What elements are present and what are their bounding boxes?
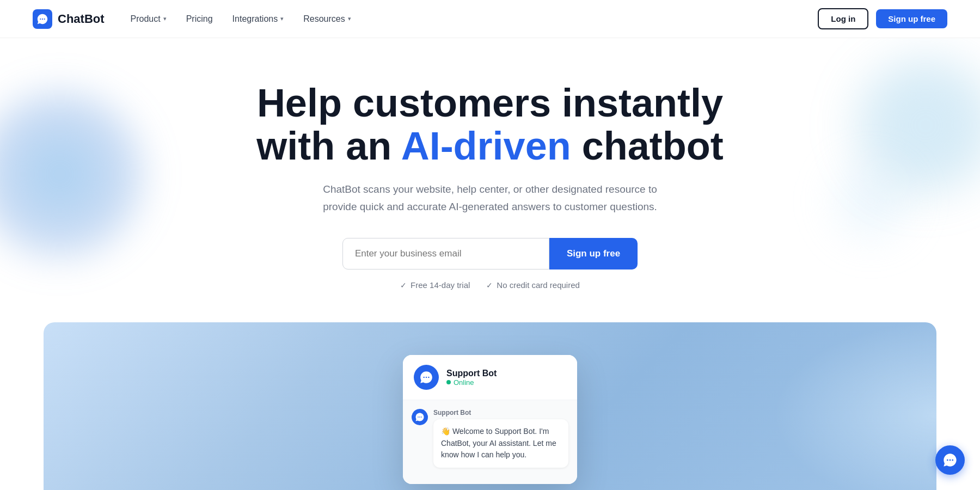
chat-bot-avatar-icon [415,412,425,422]
trust-badge-no-credit: ✓ No credit card required [486,280,580,290]
chat-sender-name: Support Bot [433,409,568,416]
navbar-left: ChatBot Product ▾ Pricing Integrations ▾ [33,9,351,29]
hero-title: Help customers instantly with an AI-driv… [256,82,723,168]
email-form: Sign up free [342,238,638,270]
floating-chat-icon [942,452,958,468]
nav-item-resources[interactable]: Resources ▾ [303,14,351,24]
hero-subtitle: ChatBot scans your website, help center,… [321,181,659,215]
chat-bot-icon [412,409,428,425]
login-button[interactable]: Log in [818,8,868,29]
chat-widget: Support Bot Online Support Bot 👋 Welcome… [403,355,577,484]
chevron-down-icon: ▾ [163,15,167,22]
check-icon: ✓ [400,281,407,290]
blob-left [0,82,152,267]
chat-preview-section: Support Bot Online Support Bot 👋 Welcome… [44,322,936,490]
trust-badges: ✓ Free 14-day trial ✓ No credit card req… [400,280,580,290]
bot-status: Online [446,378,497,387]
logo-link[interactable]: ChatBot [33,9,105,29]
bot-avatar [414,365,439,390]
chevron-down-icon: ▾ [280,15,284,22]
bot-name: Support Bot [446,369,497,378]
blob-right-top [849,54,980,196]
navbar-right: Log in Sign up free [818,8,947,29]
trust-badge-trial: ✓ Free 14-day trial [400,280,470,290]
blob-right-bottom [817,147,926,256]
nav-item-product[interactable]: Product ▾ [131,14,167,24]
signup-nav-button[interactable]: Sign up free [876,9,947,28]
chatbot-icon [36,13,48,25]
signup-hero-button[interactable]: Sign up free [549,238,638,270]
chevron-down-icon: ▾ [348,15,351,22]
chat-message-content: Support Bot 👋 Welcome to Support Bot. I'… [433,409,568,468]
email-input[interactable] [342,238,549,270]
chat-body: Support Bot 👋 Welcome to Support Bot. I'… [403,400,577,484]
nav-item-pricing[interactable]: Pricing [186,14,213,24]
chat-bubble: 👋 Welcome to Support Bot. I'm ChatBot, y… [433,419,568,468]
chat-widget-header: Support Bot Online [403,355,577,400]
bot-avatar-icon [419,370,433,384]
check-icon: ✓ [486,281,493,290]
bot-info: Support Bot Online [446,369,497,387]
chat-message-row: Support Bot 👋 Welcome to Support Bot. I'… [412,409,568,468]
brand-name: ChatBot [58,12,105,26]
hero-section: Help customers instantly with an AI-driv… [0,38,980,322]
logo-icon [33,9,52,29]
floating-chat-button[interactable] [935,445,965,475]
nav-links: Product ▾ Pricing Integrations ▾ Resourc… [131,14,351,24]
navbar: ChatBot Product ▾ Pricing Integrations ▾ [0,0,980,38]
nav-item-integrations[interactable]: Integrations ▾ [232,14,284,24]
